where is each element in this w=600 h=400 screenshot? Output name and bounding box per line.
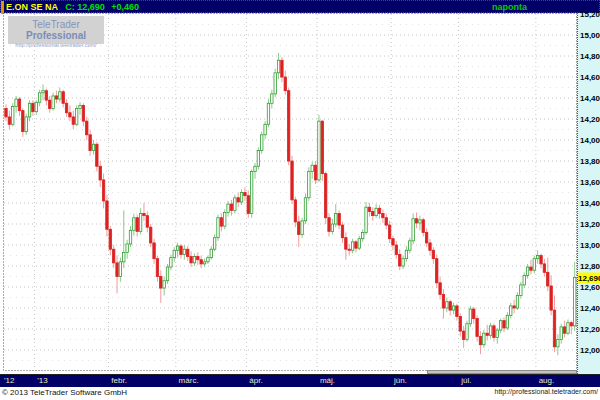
- candle: [207, 258, 209, 262]
- candle: [213, 238, 215, 250]
- candle: [59, 92, 61, 99]
- candle: [116, 263, 118, 277]
- watermark: TeleTrader Professional http://professio…: [8, 16, 104, 44]
- candle: [217, 218, 219, 238]
- candle: [409, 241, 411, 250]
- chart-window: E.ON SE NA C: 12,690 +0,460 naponta Tele…: [0, 0, 600, 400]
- candlestick-plot[interactable]: [3, 13, 577, 371]
- price-tick-label: 14,000: [580, 136, 600, 145]
- footer-copyright: © 2013 TeleTrader Software GmbH: [2, 388, 127, 397]
- candle: [170, 258, 172, 267]
- candle: [291, 161, 293, 200]
- watermark-url: http://professional.teletrader.com/: [8, 42, 104, 48]
- candle: [573, 278, 575, 326]
- candle: [318, 121, 320, 180]
- candle: [456, 306, 458, 316]
- candle: [503, 321, 505, 328]
- candle: [399, 254, 401, 266]
- candle: [136, 218, 138, 232]
- candle: [540, 256, 542, 264]
- candle: [106, 201, 108, 229]
- candle: [187, 249, 189, 256]
- price-tick-label: 12,800: [580, 262, 600, 271]
- candle: [506, 315, 508, 328]
- price-tick-label: 13,000: [580, 241, 600, 250]
- candle: [89, 135, 91, 151]
- candle: [86, 121, 88, 135]
- price-tick-label: 14,800: [580, 52, 600, 61]
- candle: [526, 267, 528, 275]
- candle: [96, 144, 98, 166]
- candle: [341, 225, 343, 238]
- candle: [382, 214, 384, 218]
- date-tick-label: febr.: [111, 376, 127, 385]
- candle: [32, 103, 34, 111]
- candle: [345, 238, 347, 250]
- candle: [412, 219, 414, 241]
- candle: [372, 211, 374, 215]
- candle: [69, 113, 71, 117]
- date-axis-bar[interactable]: '12'13febr.márc.ápr.máj.jún.júl.aug.: [0, 374, 600, 387]
- price-axis[interactable]: 15,20015,00014,80014,60014,40014,20014,0…: [577, 13, 600, 374]
- candle: [516, 295, 518, 308]
- candle: [25, 117, 27, 132]
- candle: [12, 106, 14, 124]
- candle: [321, 121, 323, 173]
- candle: [129, 230, 131, 244]
- price-tick-label: 14,600: [580, 73, 600, 82]
- candle: [489, 326, 491, 335]
- candle: [553, 310, 555, 347]
- candle: [479, 336, 481, 344]
- candle: [79, 105, 81, 108]
- candle: [368, 207, 370, 211]
- candle: [163, 281, 165, 288]
- candle: [197, 257, 199, 260]
- candle: [180, 246, 182, 254]
- candle: [324, 174, 326, 218]
- candle: [365, 207, 367, 232]
- candle: [331, 224, 333, 231]
- candle: [510, 306, 512, 315]
- candle: [22, 111, 24, 132]
- candle: [173, 250, 175, 257]
- candle: [55, 96, 57, 99]
- candle: [15, 99, 17, 106]
- candle: [442, 294, 444, 308]
- candle: [560, 327, 562, 340]
- candle: [5, 109, 7, 117]
- candle: [274, 73, 276, 94]
- price-tick-label: 14,200: [580, 115, 600, 124]
- candle: [388, 225, 390, 239]
- chart-legend: E.ON SE NA C: 12,690 +0,460: [6, 2, 139, 12]
- candle: [254, 166, 256, 171]
- candle: [355, 242, 357, 248]
- price-tick-label: 15,000: [580, 31, 600, 40]
- candle: [62, 92, 64, 104]
- candle: [483, 333, 485, 345]
- candle: [190, 257, 192, 263]
- interval-label: naponta: [461, 2, 527, 12]
- date-tick-label: ápr.: [249, 376, 262, 385]
- candle: [99, 166, 101, 180]
- candle: [102, 180, 104, 201]
- candle: [395, 245, 397, 254]
- candle: [415, 219, 417, 223]
- candle: [126, 244, 128, 252]
- candle: [65, 103, 67, 112]
- candle: [52, 96, 54, 109]
- candle: [563, 327, 565, 333]
- date-tick-label: máj.: [320, 376, 335, 385]
- candle: [227, 204, 229, 212]
- candle: [375, 208, 377, 215]
- candle: [338, 214, 340, 226]
- candle: [143, 214, 145, 216]
- candle: [543, 264, 545, 272]
- price-tick-label: 13,200: [580, 220, 600, 229]
- symbol-label: E.ON SE NA: [6, 2, 58, 12]
- candle: [351, 242, 353, 250]
- candle: [469, 309, 471, 324]
- candle: [247, 196, 249, 214]
- candle: [308, 172, 310, 198]
- candle: [419, 220, 421, 223]
- candle: [139, 214, 141, 232]
